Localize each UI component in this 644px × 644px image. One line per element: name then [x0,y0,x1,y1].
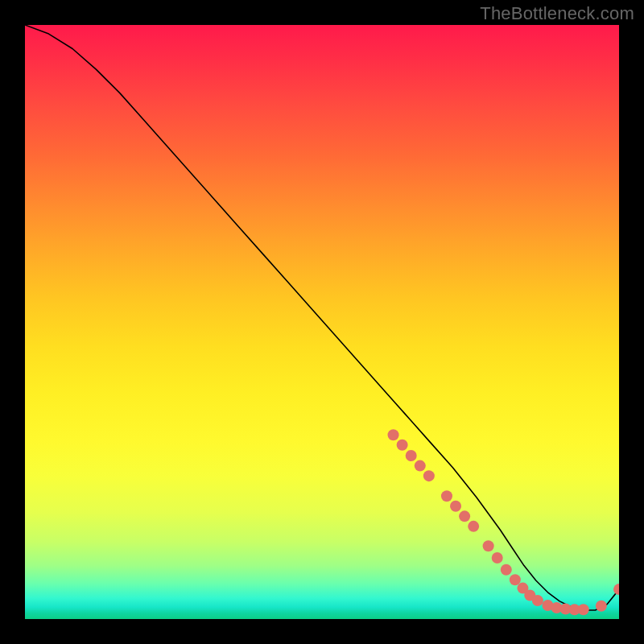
watermark-text: TheBottleneck.com [480,3,634,24]
chart-svg [25,25,619,619]
marker-dot [441,490,452,502]
marker-dot [468,521,479,532]
marker-dot [510,574,521,585]
marker-dot [423,470,435,481]
marker-dot [613,584,619,595]
marker-dot [415,460,426,472]
line-series [25,25,619,610]
marker-dot [578,604,589,615]
marker-dot [492,552,503,564]
marker-dot [596,601,607,612]
marker-dot [483,540,494,551]
marker-dot [397,440,408,451]
marker-dot [450,501,461,512]
marker-dot [532,595,543,606]
marker-dot [459,510,470,522]
chart-stage: TheBottleneck.com [0,0,644,644]
marker-dot [406,450,417,461]
marker-dot [501,564,512,576]
scatter-markers [388,429,619,615]
marker-dot [388,429,399,440]
plot-area [25,25,619,619]
